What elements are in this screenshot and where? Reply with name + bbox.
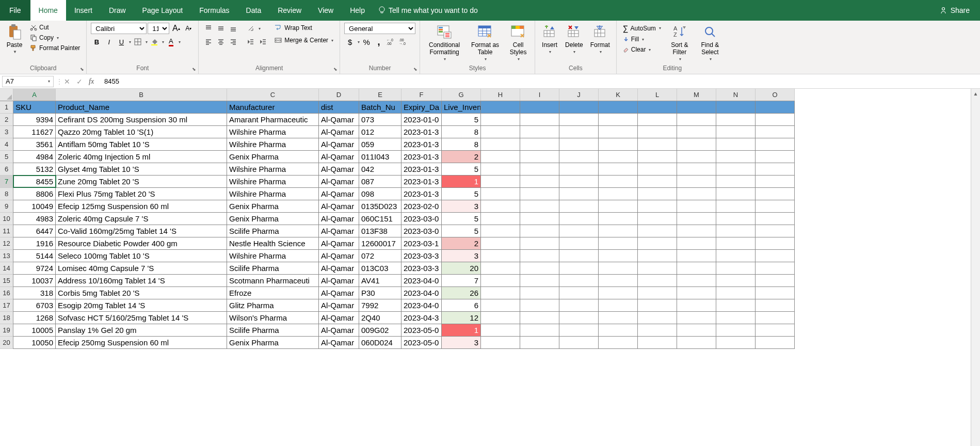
column-header-N[interactable]: N (716, 89, 756, 101)
header-cell[interactable]: SKU (13, 101, 56, 113)
cell[interactable] (559, 225, 599, 237)
cell[interactable] (520, 163, 559, 175)
cell[interactable]: Al-Qamar (319, 262, 359, 274)
cell[interactable]: 2023-03-0 (401, 225, 442, 237)
cell[interactable]: 4983 (13, 213, 56, 225)
cell[interactable] (716, 200, 756, 212)
row-header-13[interactable]: 13 (0, 250, 13, 262)
cell[interactable]: 10037 (13, 275, 56, 286)
italic-button[interactable]: I (103, 36, 115, 47)
column-header-A[interactable]: A (13, 89, 56, 101)
cell[interactable]: Efecip 250mg Suspension 60 ml (56, 337, 227, 348)
cell[interactable]: Genix Pharma (227, 200, 319, 212)
cell[interactable]: Zoleric 40mg Capsule 7 'S (56, 213, 227, 225)
cell[interactable]: Al-Qamar (319, 324, 359, 336)
cell[interactable] (716, 138, 756, 150)
cell[interactable]: 2023-04-0 (401, 287, 442, 299)
sort-filter-button[interactable]: AZ Sort & Filter▾ (666, 23, 693, 62)
tab-help[interactable]: Help (342, 0, 373, 21)
number-format-select[interactable]: General (344, 23, 415, 34)
cell[interactable]: Efecip 125mg Suspension 60 ml (56, 200, 227, 212)
cell[interactable]: Al-Qamar (319, 151, 359, 163)
cell[interactable]: 8 (442, 126, 481, 138)
row-header-2[interactable]: 2 (0, 114, 13, 126)
cell[interactable]: 059 (359, 138, 401, 150)
insert-cells-button[interactable]: Insert▾ (539, 23, 560, 55)
cell[interactable] (481, 188, 520, 200)
cell[interactable]: 2023-01-3 (401, 138, 442, 150)
cell[interactable] (599, 151, 638, 163)
cell[interactable] (638, 225, 677, 237)
cell[interactable] (520, 237, 559, 249)
cell[interactable] (599, 250, 638, 262)
clear-button[interactable]: Clear ▾ (621, 45, 663, 54)
cell[interactable] (677, 262, 716, 274)
cell[interactable] (599, 163, 638, 175)
cell[interactable] (677, 188, 716, 200)
cell[interactable]: 2 (442, 237, 481, 249)
cell[interactable]: Wilshire Pharma (227, 176, 319, 187)
cell[interactable] (677, 176, 716, 187)
row-header-7[interactable]: 7 (0, 176, 13, 188)
cell[interactable] (716, 299, 756, 311)
column-header-C[interactable]: C (227, 89, 319, 101)
cell[interactable] (716, 275, 756, 286)
row-header-18[interactable]: 18 (0, 312, 13, 324)
cell[interactable] (638, 114, 677, 125)
cell[interactable]: Cefirant DS 200mg Suspension 30 ml (56, 114, 227, 125)
cell[interactable] (756, 275, 795, 286)
cell[interactable]: Wilson's Pharma (227, 312, 319, 324)
row-header-16[interactable]: 16 (0, 287, 13, 299)
row-header-4[interactable]: 4 (0, 138, 13, 151)
font-name-select[interactable]: Calibri (91, 23, 147, 34)
cell[interactable] (481, 176, 520, 187)
cell[interactable] (599, 213, 638, 225)
cell[interactable]: 060C151 (359, 213, 401, 225)
row-header-8[interactable]: 8 (0, 188, 13, 200)
cell[interactable]: 11627 (13, 126, 56, 138)
font-color-button[interactable]: A (165, 36, 176, 47)
cell[interactable]: 1268 (13, 312, 56, 324)
cell[interactable]: Qazzo 20mg Tablet 10 'S(1) (56, 126, 227, 138)
orientation-button[interactable] (245, 23, 256, 34)
header-cell[interactable]: Live_Inventory_Quantity (442, 101, 481, 113)
cell[interactable] (481, 213, 520, 225)
chevron-down-icon[interactable]: ▾ (162, 40, 164, 44)
align-left-button[interactable] (203, 36, 214, 47)
row-header-1[interactable]: 1 (0, 101, 13, 114)
cell[interactable]: 5 (442, 213, 481, 225)
cell[interactable]: Wilshire Pharma (227, 126, 319, 138)
header-cell[interactable] (481, 101, 520, 113)
cell[interactable]: Al-Qamar (319, 250, 359, 262)
cell[interactable]: 2023-05-0 (401, 337, 442, 348)
cell[interactable] (481, 163, 520, 175)
cell[interactable]: Lomisec 40mg Capsule 7 'S (56, 262, 227, 274)
cell[interactable]: Genix Pharma (227, 151, 319, 163)
accounting-button[interactable]: $ (344, 36, 356, 47)
cell[interactable]: 2023-01-3 (401, 151, 442, 163)
cell[interactable]: 5 (442, 225, 481, 237)
cell[interactable] (638, 299, 677, 311)
header-cell[interactable] (520, 101, 559, 113)
cell[interactable]: Al-Qamar (319, 275, 359, 286)
cell[interactable]: 5 (442, 114, 481, 125)
cell[interactable] (756, 237, 795, 249)
cell[interactable] (756, 176, 795, 187)
cell[interactable]: 3 (442, 250, 481, 262)
row-header-6[interactable]: 6 (0, 163, 13, 176)
cell[interactable]: 3 (442, 200, 481, 212)
decrease-decimal-button[interactable]: .00→.0 (398, 36, 409, 47)
cell[interactable] (677, 200, 716, 212)
cell[interactable] (520, 188, 559, 200)
find-select-button[interactable]: Find & Select▾ (696, 23, 724, 62)
cell[interactable]: Zune 20mg Tablet 20 'S (56, 176, 227, 187)
cell[interactable]: P30 (359, 287, 401, 299)
cell[interactable] (481, 225, 520, 237)
cell[interactable]: Al-Qamar (319, 299, 359, 311)
cell[interactable] (716, 237, 756, 249)
cell[interactable]: Al-Qamar (319, 126, 359, 138)
cell[interactable] (520, 250, 559, 262)
cell[interactable]: Amarant Pharmaceutic (227, 114, 319, 125)
cell[interactable] (677, 114, 716, 125)
cell[interactable] (520, 299, 559, 311)
